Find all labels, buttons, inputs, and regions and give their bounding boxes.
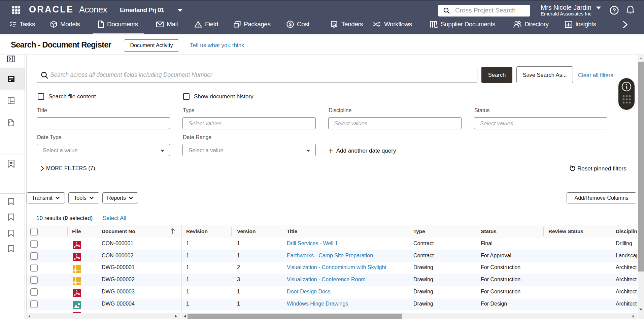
svg-text:?: ? (612, 7, 616, 14)
svg-text:$: $ (289, 21, 292, 27)
